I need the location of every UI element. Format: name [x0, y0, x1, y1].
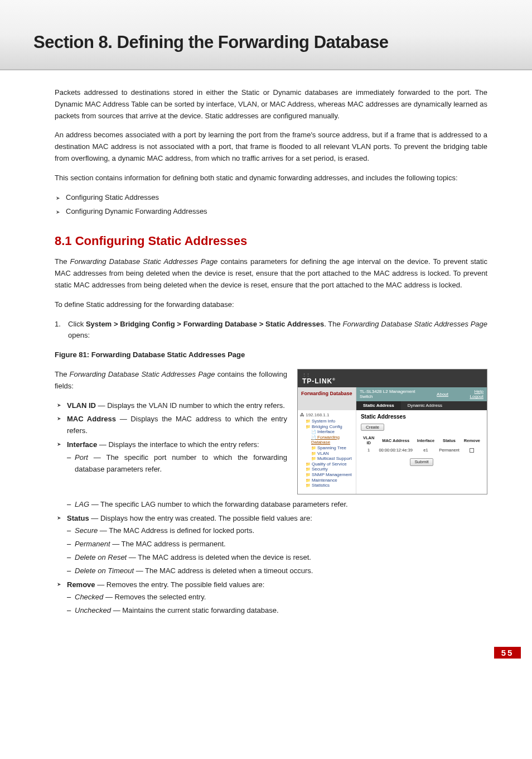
- paragraph-4: The Forwarding Database Static Addresses…: [55, 256, 487, 291]
- sub-label: Delete on Reset: [75, 553, 127, 561]
- sub-label: LAG: [75, 500, 89, 508]
- page-ref: Forwarding Database Static Addresses Pag…: [70, 370, 215, 378]
- field-list-2: Status — Displays how the entry was crea…: [55, 513, 487, 617]
- shot-titlebar: TL-SL3428 L2 Management Switch About Hel…: [356, 387, 487, 401]
- sub-desc: — The MAC address is permanent.: [110, 540, 226, 548]
- status-delete-timeout: Delete on Timeout — The MAC address is d…: [67, 565, 487, 577]
- table-row: 1 00:00:00:12:4e:39 e1 Permanent: [361, 446, 482, 454]
- status-permanent: Permanent — The MAC address is permanent…: [67, 539, 487, 550]
- shot-create-button[interactable]: Create: [361, 424, 384, 431]
- section-title: Section 8. Defining the Forwarding Datab…: [33, 32, 510, 52]
- field-desc: — Removes the entry. The possible field …: [95, 580, 265, 589]
- cell-mac: 00:00:00:12:4e:39: [376, 446, 414, 454]
- sub-desc: — The MAC Address is defined for locked …: [98, 526, 254, 535]
- sub-label: Unchecked: [75, 606, 111, 614]
- sub-desc: — The MAC address is deleted when a time…: [134, 566, 313, 575]
- shot-help-link[interactable]: Help: [470, 389, 483, 395]
- shot-product-line2: Switch: [360, 394, 415, 400]
- fields-intro: The Forwarding Database Static Addresses…: [55, 369, 287, 392]
- tree-statistics[interactable]: Statistics: [306, 483, 354, 488]
- field-interface: Interface — Displays the interface to wh…: [55, 439, 287, 475]
- cell-status: Permanent: [437, 446, 462, 454]
- tree-qos[interactable]: Quality of Service: [306, 462, 354, 467]
- tree-bridging[interactable]: Bridging Config: [306, 424, 354, 430]
- sub-desc: — Removes the selected entry.: [103, 593, 206, 601]
- paragraph-3: This section contains information for de…: [55, 172, 487, 184]
- sub-label: Secure: [75, 526, 98, 535]
- tree-system-info[interactable]: System Info: [306, 419, 354, 424]
- remove-checkbox[interactable]: [470, 448, 474, 453]
- field-label: MAC Address: [67, 415, 116, 423]
- text: Click: [68, 320, 86, 328]
- shot-logo: TP-LINK®: [302, 377, 482, 385]
- tree-security[interactable]: Security: [306, 467, 354, 472]
- sub-desc: — The specific port number to which the …: [75, 453, 287, 473]
- text: The: [55, 370, 70, 378]
- shot-sidebar-title: Forwarding Database: [298, 387, 356, 410]
- topic-item: Configuring Static Addresses: [55, 192, 487, 204]
- field-desc: — Displays the VLAN ID number to which t…: [96, 401, 285, 410]
- field-label: Status: [67, 514, 89, 522]
- col-vlan: VLAN ID: [361, 434, 376, 446]
- tree-spanning[interactable]: Spanning Tree: [311, 445, 354, 451]
- page-ref: Forwarding Database Static Addresses Pag…: [343, 320, 487, 328]
- shot-header: ⋮⋮ TP-LINK®: [298, 369, 487, 387]
- col-status: Status: [437, 434, 462, 446]
- tree-maintenance[interactable]: Maintenance: [306, 478, 354, 483]
- tree-root[interactable]: 🖧 192.168.1.1: [300, 412, 354, 418]
- col-remove: Remove: [462, 434, 482, 446]
- steps-list: 1. Click System > Bridging Config > Forw…: [55, 319, 487, 342]
- remove-unchecked: Unchecked — Maintains the current static…: [67, 605, 487, 617]
- step-text: Click System > Bridging Config > Forward…: [68, 320, 487, 340]
- field-desc: — Displays the interface to which the en…: [97, 440, 259, 449]
- page-number: 55: [494, 647, 521, 659]
- shot-tabs: Static Address Dynamic Address: [356, 401, 487, 410]
- shot-logout-link[interactable]: Logout: [470, 394, 483, 400]
- cell-vlan: 1: [361, 446, 376, 454]
- shot-main-heading: Static Addresses: [361, 414, 482, 420]
- shot-main-panel: Static Addresses Create VLAN ID MAC Addr…: [356, 410, 487, 494]
- shot-dots-icon: ⋮⋮: [302, 373, 482, 377]
- paragraph-1: Packets addressed to destinations stored…: [55, 87, 487, 122]
- shot-about-link[interactable]: About: [437, 392, 448, 397]
- shot-product-line1: TL-SL3428 L2 Management: [360, 389, 415, 395]
- menu-path: System > Bridging Config > Forwarding Da…: [86, 320, 324, 328]
- tree-interface[interactable]: Interface: [311, 429, 354, 435]
- tree-forwarding-db[interactable]: Forwarding Database: [311, 435, 354, 445]
- shot-tab-dynamic[interactable]: Dynamic Address: [401, 401, 449, 410]
- section-banner: Section 8. Defining the Forwarding Datab…: [0, 0, 532, 70]
- field-port: Port — The specific port number to which…: [67, 452, 287, 475]
- subsection-heading: 8.1 Configuring Static Addresses: [55, 231, 487, 251]
- screenshot-figure: ⋮⋮ TP-LINK® Forwarding Database TL-SL342…: [297, 369, 487, 494]
- sub-desc: — The MAC address is deleted when the de…: [127, 553, 311, 561]
- sub-label: Delete on Timeout: [75, 566, 134, 575]
- step-number: 1.: [55, 319, 61, 330]
- tree-snmp[interactable]: SNMP Management: [306, 472, 354, 478]
- text: opens:: [68, 331, 90, 339]
- col-mac: MAC Address: [376, 434, 414, 446]
- sub-label: Permanent: [75, 540, 110, 548]
- text: The: [55, 257, 70, 266]
- step-1: 1. Click System > Bridging Config > Forw…: [55, 319, 487, 342]
- page-content: Packets addressed to destinations stored…: [0, 70, 532, 630]
- field-status: Status — Displays how the entry was crea…: [55, 513, 487, 577]
- field-label: Remove: [67, 580, 95, 589]
- topic-list: Configuring Static Addresses Configuring…: [55, 192, 487, 218]
- tree-multicast[interactable]: Multicast Support: [311, 456, 354, 462]
- shot-table: VLAN ID MAC Address Interface Status Rem…: [361, 434, 482, 454]
- sub-desc: — Maintains the current static forwardin…: [111, 606, 279, 614]
- shot-nav-tree: 🖧 192.168.1.1 System Info Bridging Confi…: [298, 410, 356, 494]
- shot-tab-static[interactable]: Static Address: [356, 401, 401, 410]
- sub-label: Checked: [75, 593, 103, 601]
- shot-submit-button[interactable]: Submit: [410, 458, 434, 466]
- cell-remove: [462, 446, 482, 454]
- paragraph-5: To define Static addressing for the forw…: [55, 299, 487, 311]
- field-list: VLAN ID — Displays the VLAN ID number to…: [55, 400, 287, 475]
- tree-vlan[interactable]: VLAN: [311, 451, 354, 457]
- field-vlan: VLAN ID — Displays the VLAN ID number to…: [55, 400, 287, 412]
- field-label: Interface: [67, 440, 97, 449]
- field-remove: Remove — Removes the entry. The possible…: [55, 579, 487, 617]
- topic-item: Configuring Dynamic Forwarding Addresses: [55, 206, 487, 218]
- paragraph-2: An address becomes associated with a por…: [55, 129, 487, 164]
- sub-desc: — The specific LAG number to which the f…: [89, 500, 348, 508]
